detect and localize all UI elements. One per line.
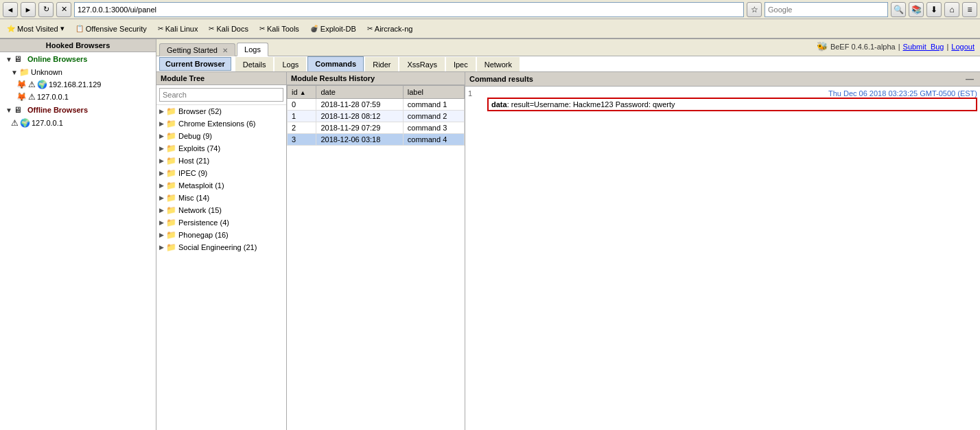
bookmark-offensive-security-label: Offensive Security	[86, 25, 147, 33]
submit-bug-link[interactable]: Submit_Bug	[903, 43, 944, 51]
stop-button[interactable]: ✕	[56, 2, 71, 17]
minimize-button[interactable]: —	[964, 74, 976, 84]
results-history-panel: Module Results History id ▲ date	[287, 72, 465, 430]
results-history-title: Module Results History	[291, 74, 375, 82]
chrome-folder-icon: 📁	[166, 119, 176, 128]
xssrays-label: XssRays	[407, 60, 436, 69]
online-browsers-arrow: ▼	[5, 56, 12, 63]
left-panel: Hooked Browsers ▼ 🖥 Online Browsers ▼ 📁 …	[0, 39, 156, 430]
offline-browser-item[interactable]: ⚠ 🌍 127.0.0.1	[0, 117, 156, 129]
back-button[interactable]: ◄	[3, 2, 18, 17]
table-row[interactable]: 0 2018-11-28 07:59 command 1	[288, 99, 465, 111]
bookmark-exploit-db[interactable]: 💣 Exploit-DB	[307, 23, 359, 34]
home-button[interactable]: ⌂	[944, 2, 959, 17]
bookmark-exploit-db-label: Exploit-DB	[320, 25, 356, 33]
tab-logs-2[interactable]: Logs	[275, 57, 306, 71]
commands-label: Commands	[315, 60, 356, 68]
tab-rider[interactable]: Rider	[365, 57, 398, 71]
tab-details[interactable]: Details	[235, 57, 274, 71]
warning-offline-icon: ⚠	[11, 118, 19, 128]
exploits-expand-arrow: ▶	[159, 145, 164, 152]
firefox-icon-1: 🦊	[16, 80, 27, 89]
star-button[interactable]: ☆	[747, 2, 762, 17]
bookmark-kali-tools[interactable]: ✂ Kali Tools	[257, 23, 302, 34]
col-date[interactable]: date	[316, 86, 403, 99]
browser-expand-arrow: ▶	[159, 108, 164, 115]
firefox-icon-2: 🦊	[16, 92, 27, 102]
tab-ipec[interactable]: Ipec	[446, 57, 476, 71]
browser-search-input[interactable]	[765, 2, 888, 17]
command-results-panel: Command results — 1 Thu Dec 06 2018 03:2…	[465, 72, 980, 430]
bookmark-aircrack-ng[interactable]: ✂ Aircrack-ng	[364, 23, 416, 34]
cell-label-1: command 2	[403, 111, 464, 122]
module-ipec[interactable]: ▶ 📁 IPEC (9)	[156, 167, 286, 179]
bookmark-kali-tools-label: Kali Tools	[267, 25, 299, 33]
online-browsers-item[interactable]: ▼ 🖥 Online Browsers	[0, 52, 156, 66]
bookmark-kali-docs[interactable]: ✂ Kali Docs	[206, 23, 250, 34]
host-folder-icon: 📁	[166, 156, 176, 166]
logs-label-2: Logs	[282, 60, 299, 69]
cell-date-1: 2018-11-28 08:12	[316, 111, 403, 122]
getting-started-close[interactable]: ✕	[222, 47, 228, 54]
getting-started-label: Getting Started	[167, 46, 218, 54]
logs-tab-label: Logs	[244, 45, 261, 54]
module-misc[interactable]: ▶ 📁 Misc (14)	[156, 192, 286, 204]
bookmark-manager-button[interactable]: 📚	[909, 2, 924, 17]
reload-button[interactable]: ↻	[38, 2, 54, 17]
browser-folder-icon: 📁	[166, 106, 176, 116]
command-results-body: 1 Thu Dec 06 2018 03:23:25 GMT-0500 (EST…	[465, 87, 980, 430]
unknown-folder-icon: 📁	[19, 67, 30, 77]
results-history-header: Module Results History	[287, 72, 465, 85]
module-debug[interactable]: ▶ 📁 Debug (9)	[156, 130, 286, 142]
module-phonegap[interactable]: ▶ 📁 Phonegap (16)	[156, 229, 286, 241]
module-social-engineering[interactable]: ▶ 📁 Social Engineering (21)	[156, 241, 286, 253]
module-browser[interactable]: ▶ 📁 Browser (52)	[156, 105, 286, 117]
bookmark-kali-linux[interactable]: ✂ Kali Linux	[155, 23, 201, 34]
module-metasploit[interactable]: ▶ 📁 Metasploit (1)	[156, 179, 286, 192]
table-row[interactable]: 2 2018-11-29 07:29 command 3	[288, 122, 465, 134]
content-area: Module Tree ▶ 📁 Browser (52) ▶ 📁 Chrome …	[156, 72, 980, 430]
current-browser-tab[interactable]: Current Browser	[159, 57, 231, 71]
result-timestamp-1: Thu Dec 06 2018 03:23:25 GMT-0500 (EST)	[828, 89, 977, 98]
result-data-text: : result=Username: Hackme123 Password: q…	[507, 100, 675, 109]
offline-browsers-item[interactable]: ▼ 🖥 Offline Browsers	[0, 103, 156, 117]
cell-id-2: 2	[288, 122, 316, 134]
unknown-group-item[interactable]: ▼ 📁 Unknown	[0, 66, 156, 78]
tab-getting-started[interactable]: Getting Started ✕	[159, 43, 235, 56]
tab-commands[interactable]: Commands	[307, 56, 364, 71]
phonegap-expand-arrow: ▶	[159, 231, 164, 238]
logout-link[interactable]: Logout	[951, 43, 975, 51]
social-folder-icon: 📁	[166, 242, 176, 252]
col-date-label: date	[320, 88, 335, 96]
menu-button[interactable]: ≡	[962, 2, 977, 17]
network-label: Network	[485, 60, 512, 69]
col-label[interactable]: label	[403, 86, 464, 99]
cell-id-0: 0	[288, 99, 316, 111]
module-exploits[interactable]: ▶ 📁 Exploits (74)	[156, 142, 286, 155]
earth-offline-icon: 🌍	[20, 118, 30, 128]
tab-xssrays[interactable]: XssRays	[399, 57, 444, 71]
earth-icon-1: 🌍	[37, 80, 47, 89]
bookmark-offensive-security[interactable]: 📋 Offensive Security	[73, 23, 150, 34]
download-button[interactable]: ⬇	[926, 2, 942, 17]
nav-bar: ◄ ► ↻ ✕ ☆ 🔍 📚 ⬇ ⌂ ≡	[0, 0, 980, 19]
search-button[interactable]: 🔍	[891, 2, 906, 17]
tab-network[interactable]: Network	[477, 57, 520, 71]
col-id[interactable]: id ▲	[288, 86, 316, 99]
module-search-input[interactable]	[159, 88, 283, 102]
browser-192-item[interactable]: 🦊 ⚠ 🌍 192.168.21.129	[0, 78, 156, 91]
table-row[interactable]: 3 2018-12-06 03:18 command 4	[288, 134, 465, 146]
kali-docs-icon: ✂	[209, 25, 214, 32]
module-persistence[interactable]: ▶ 📁 Persistence (4)	[156, 216, 286, 229]
module-chrome-extensions[interactable]: ▶ 📁 Chrome Extensions (6)	[156, 117, 286, 130]
tab-logs[interactable]: Logs	[237, 43, 268, 56]
table-row[interactable]: 1 2018-11-28 08:12 command 2	[288, 111, 465, 122]
browser-127-item[interactable]: 🦊 ⚠ 127.0.0.1	[0, 91, 156, 103]
module-host[interactable]: ▶ 📁 Host (21)	[156, 155, 286, 167]
module-network[interactable]: ▶ 📁 Network (15)	[156, 204, 286, 216]
forward-button[interactable]: ►	[21, 2, 36, 17]
offline-browsers-label: Offline Browsers	[23, 104, 91, 115]
bookmark-most-visited[interactable]: ⭐ Most Visited ▾	[4, 23, 67, 34]
address-bar[interactable]	[74, 2, 744, 17]
data-bold-label: data	[491, 100, 507, 109]
